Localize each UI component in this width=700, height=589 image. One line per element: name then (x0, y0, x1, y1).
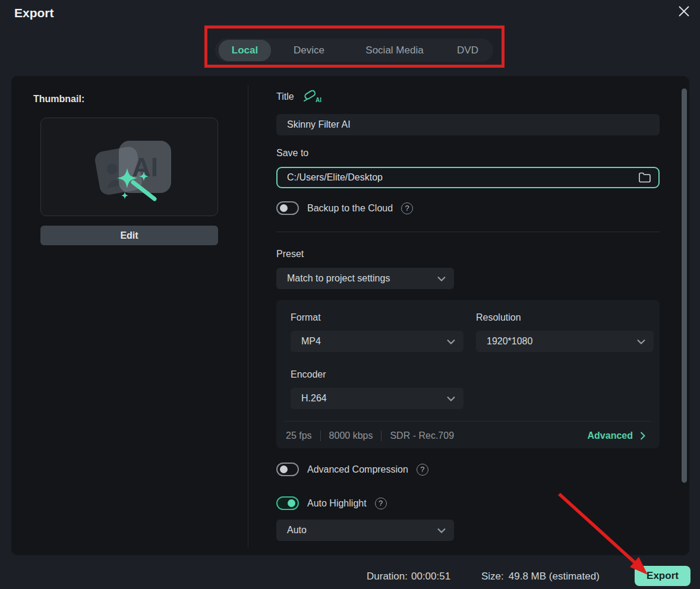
save-to-input[interactable] (287, 172, 638, 183)
preset-value: Match to project settings (287, 273, 390, 284)
save-to-label: Save to (276, 148, 308, 159)
auto-highlight-toggle[interactable] (276, 496, 299, 510)
scrollbar-thumb[interactable] (682, 88, 687, 483)
advanced-compression-toggle[interactable] (276, 463, 299, 476)
export-target-tabbar: Local Device Social Media DVD (215, 39, 493, 62)
thumbnail-preview[interactable]: AI (40, 118, 218, 216)
backup-to-cloud-toggle[interactable] (276, 201, 299, 215)
tab-local[interactable]: Local (219, 40, 271, 61)
advanced-label: Advanced (588, 430, 633, 441)
chevron-down-icon (437, 276, 446, 281)
format-label: Format (291, 312, 321, 323)
title-input[interactable] (276, 114, 660, 135)
tab-device[interactable]: Device (271, 40, 347, 61)
compression-help-icon[interactable]: ? (417, 464, 428, 476)
page-title: Export (14, 6, 54, 20)
color-space-value: SDR - Rec.709 (390, 430, 454, 441)
bitrate-value: 8000 kbps (329, 430, 373, 441)
encoder-dropdown[interactable]: H.264 (291, 388, 463, 409)
resolution-dropdown[interactable]: 1920*1080 (476, 331, 654, 352)
resolution-value: 1920*1080 (487, 336, 532, 347)
auto-highlight-label: Auto Highlight (307, 498, 367, 509)
fps-value: 25 fps (286, 430, 312, 441)
save-to-field[interactable] (276, 167, 660, 188)
section-divider (276, 232, 660, 232)
export-button[interactable]: Export (635, 566, 690, 586)
advanced-settings-link[interactable]: Advanced (588, 426, 645, 445)
chevron-down-icon (637, 339, 645, 344)
backup-help-icon[interactable]: ? (401, 202, 413, 214)
ai-edit-title-icon[interactable]: AI (302, 89, 323, 104)
format-dropdown[interactable]: MP4 (291, 331, 463, 352)
chevron-right-icon (640, 432, 645, 440)
advanced-compression-label: Advanced Compression (307, 464, 408, 475)
encoder-label: Encoder (291, 369, 326, 380)
auto-highlight-help-icon[interactable]: ? (375, 498, 387, 509)
ai-thumbnail-icon: AI (82, 131, 177, 202)
folder-browse-icon[interactable] (638, 172, 651, 183)
auto-highlight-value: Auto (287, 525, 307, 536)
thumbnail-label: Thumbnail: (33, 94, 84, 104)
export-settings-panel: Thumbnail: AI Edit Title AI (11, 76, 689, 555)
close-icon[interactable] (674, 1, 694, 21)
encoder-value: H.264 (301, 393, 327, 404)
vertical-divider (248, 86, 248, 547)
settings-divider (285, 421, 651, 422)
duration-label: Duration: (367, 571, 408, 582)
preset-label: Preset (276, 249, 304, 259)
size-readout: Size:49.8 MB (estimated) (481, 571, 600, 582)
chevron-down-icon (447, 339, 455, 344)
tab-social-media[interactable]: Social Media (347, 40, 442, 61)
resolution-label: Resolution (476, 312, 521, 323)
format-value: MP4 (301, 336, 321, 347)
chevron-down-icon (437, 528, 446, 533)
size-value: 49.8 MB (estimated) (509, 571, 600, 582)
tab-dvd[interactable]: DVD (442, 40, 493, 61)
backup-to-cloud-label: Backup to the Cloud (307, 203, 393, 214)
auto-highlight-dropdown[interactable]: Auto (276, 520, 454, 541)
info-separator (320, 430, 321, 441)
info-separator (381, 430, 381, 441)
title-label: Title (276, 91, 294, 102)
edit-thumbnail-button[interactable]: Edit (40, 226, 218, 245)
size-label: Size: (481, 571, 504, 582)
format-settings-box: Format Resolution MP4 1920*1080 Encoder … (276, 300, 660, 448)
chevron-down-icon (447, 396, 455, 401)
duration-value: 00:00:51 (411, 571, 450, 582)
duration-readout: Duration:00:00:51 (367, 571, 450, 582)
svg-text:AI: AI (316, 97, 321, 103)
preset-dropdown[interactable]: Match to project settings (276, 268, 454, 289)
